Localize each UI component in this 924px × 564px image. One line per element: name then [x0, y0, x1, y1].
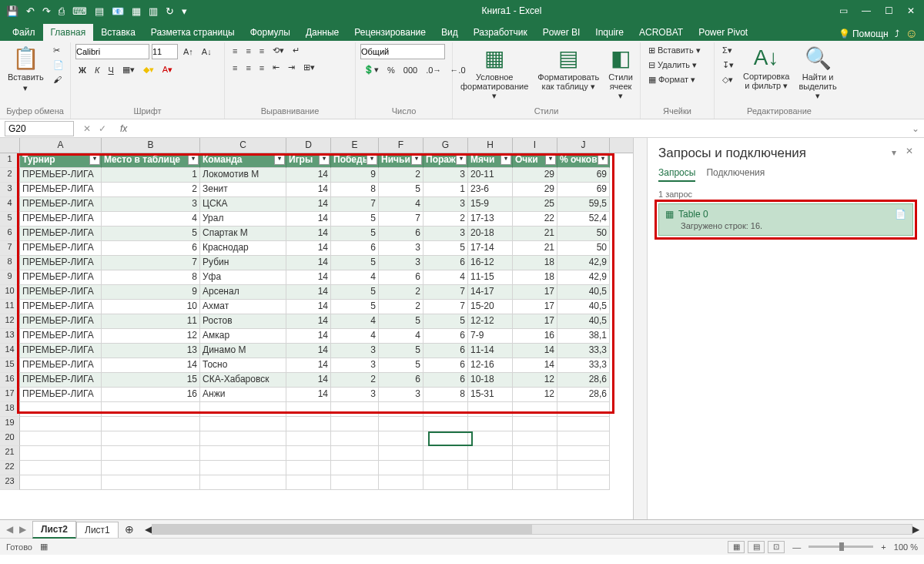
table-cell[interactable]: ПРЕМЬЕР-ЛИГА — [20, 168, 102, 183]
table-cell[interactable] — [102, 461, 200, 475]
table-cell[interactable] — [286, 431, 331, 446]
table-cell[interactable] — [379, 417, 424, 431]
table-cell[interactable]: 1 — [102, 168, 200, 183]
table-cell[interactable]: ПРЕМЬЕР-ЛИГА — [20, 344, 102, 358]
paste-button[interactable]: 📋Вставить▾ — [5, 44, 47, 95]
table-cell[interactable] — [557, 446, 610, 461]
table-cell[interactable]: 69 — [557, 168, 610, 183]
tab-файл[interactable]: Файл — [5, 24, 43, 41]
row-header[interactable]: 20 — [0, 431, 20, 446]
delete-cells-button[interactable]: ⊟ Удалить ▾ — [645, 59, 700, 72]
table-cell[interactable]: 14 — [286, 270, 331, 285]
table-cell[interactable] — [468, 402, 513, 417]
table-cell[interactable] — [513, 446, 557, 461]
filter-dropdown-icon[interactable]: ▾ — [545, 154, 556, 165]
font-name-input[interactable] — [75, 44, 149, 59]
underline-button[interactable]: Ч — [105, 64, 116, 76]
row-header[interactable]: 17 — [0, 388, 20, 402]
format-painter-button[interactable]: 🖌 — [50, 73, 67, 86]
sort-filter-button[interactable]: A↓Сортировка и фильтр ▾ — [740, 44, 792, 92]
table-cell[interactable] — [424, 417, 468, 431]
table-cell[interactable] — [331, 431, 379, 446]
table-cell[interactable] — [102, 431, 200, 446]
table-cell[interactable]: 3 — [331, 358, 379, 373]
wrap-text-button[interactable]: ↵ — [290, 44, 303, 57]
format-as-table-button[interactable]: ▤Форматировать как таблицу ▾ — [534, 44, 602, 93]
table-cell[interactable]: 14 — [286, 314, 331, 329]
table-cell[interactable] — [20, 417, 102, 431]
zoom-out-button[interactable]: — — [792, 542, 801, 552]
table-cell[interactable]: 2 — [379, 285, 424, 300]
table-cell[interactable]: 4 — [424, 270, 468, 285]
table-cell[interactable]: Ахмат — [200, 300, 286, 314]
table-cell[interactable]: ПРЕМЬЕР-ЛИГА — [20, 300, 102, 314]
query-item[interactable]: ▦Table 0📄 Загружено строк: 16. — [658, 203, 913, 236]
table-cell[interactable] — [379, 402, 424, 417]
font-size-input[interactable] — [152, 44, 178, 59]
table-cell[interactable]: 7 — [424, 285, 468, 300]
table-cell[interactable]: 4 — [379, 329, 424, 344]
table-cell[interactable]: 7 — [424, 300, 468, 314]
table-cell[interactable]: 16-12 — [468, 256, 513, 270]
table-cell[interactable]: 4 — [331, 329, 379, 344]
inc-decimal-button[interactable]: .0→ — [423, 64, 444, 76]
filter-dropdown-icon[interactable]: ▾ — [319, 154, 330, 165]
table-cell[interactable]: 5 — [379, 314, 424, 329]
table-cell[interactable]: 3 — [379, 241, 424, 256]
table-cell[interactable]: Динамо М — [200, 344, 286, 358]
filter-dropdown-icon[interactable]: ▾ — [89, 154, 100, 165]
table-cell[interactable] — [331, 402, 379, 417]
share-button[interactable]: ⤴ — [895, 29, 899, 39]
row-header[interactable]: 8 — [0, 256, 20, 270]
table-cell[interactable]: 17-13 — [468, 212, 513, 227]
table-cell[interactable]: 12 — [102, 329, 200, 344]
table-cell[interactable]: 3 — [102, 197, 200, 212]
indent-dec-button[interactable]: ⇤ — [270, 61, 283, 74]
table-cell[interactable] — [286, 402, 331, 417]
table-header-cell[interactable]: Игры▾ — [286, 153, 331, 168]
table-cell[interactable]: 69 — [557, 183, 610, 197]
table-cell[interactable]: 7 — [102, 256, 200, 270]
table-cell[interactable]: 14 — [286, 256, 331, 270]
qat-more-icon[interactable]: ▾ — [182, 5, 187, 17]
page-layout-view-button[interactable]: ▤ — [748, 541, 765, 553]
table-cell[interactable]: 7-9 — [468, 329, 513, 344]
tab-данные[interactable]: Данные — [298, 24, 346, 41]
table-cell[interactable]: 5 — [379, 183, 424, 197]
table-cell[interactable]: 17 — [513, 285, 557, 300]
table-cell[interactable]: 13 — [102, 344, 200, 358]
table-header-cell[interactable]: Мячи▾ — [468, 153, 513, 168]
table-cell[interactable]: 17 — [513, 314, 557, 329]
table-cell[interactable]: 12-16 — [468, 358, 513, 373]
table-cell[interactable]: 15-31 — [468, 388, 513, 402]
table-cell[interactable] — [200, 475, 286, 490]
copy-button[interactable]: 📄 — [50, 59, 67, 72]
table-cell[interactable] — [286, 417, 331, 431]
row-header[interactable]: 7 — [0, 241, 20, 256]
table-cell[interactable]: Арсенал — [200, 285, 286, 300]
table-cell[interactable]: 5 — [331, 300, 379, 314]
table-cell[interactable] — [20, 475, 102, 490]
table-cell[interactable]: 18 — [513, 270, 557, 285]
table-cell[interactable]: 3 — [331, 344, 379, 358]
close-icon[interactable]: ✕ — [907, 5, 915, 16]
table-cell[interactable] — [513, 475, 557, 490]
pane-chevron-icon[interactable]: ▾ — [892, 147, 896, 158]
col-header-A[interactable]: A — [20, 138, 102, 153]
row-header[interactable]: 12 — [0, 314, 20, 329]
qat-email-icon[interactable]: 📧 — [112, 5, 124, 17]
table-cell[interactable]: 6 — [424, 329, 468, 344]
table-cell[interactable]: 22 — [513, 212, 557, 227]
table-cell[interactable] — [200, 431, 286, 446]
align-top-button[interactable]: ≡ — [229, 45, 240, 57]
table-cell[interactable]: 12 — [513, 373, 557, 388]
percent-button[interactable]: % — [384, 64, 398, 76]
table-cell[interactable] — [379, 475, 424, 490]
table-cell[interactable]: ПРЕМЬЕР-ЛИГА — [20, 373, 102, 388]
account-icon[interactable]: ☺ — [906, 27, 918, 41]
row-header[interactable]: 23 — [0, 475, 20, 490]
table-cell[interactable]: СКА-Хабаровск — [200, 373, 286, 388]
table-cell[interactable]: 10-18 — [468, 373, 513, 388]
table-cell[interactable]: Ростов — [200, 314, 286, 329]
filter-dropdown-icon[interactable]: ▾ — [188, 154, 199, 165]
